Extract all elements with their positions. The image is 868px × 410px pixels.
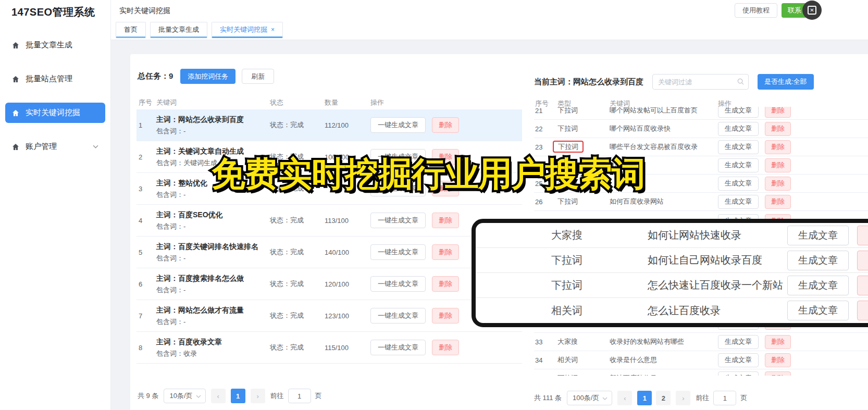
keyword-type: 下拉词 bbox=[557, 124, 610, 133]
tab-home[interactable]: 首页 bbox=[116, 22, 146, 38]
delete-button[interactable]: 删除 bbox=[765, 158, 791, 172]
close-tab-icon[interactable]: × bbox=[271, 26, 275, 33]
generate-article-button[interactable]: 一键生成文章 bbox=[370, 244, 426, 260]
generate-article-button[interactable]: 生成文章 bbox=[718, 122, 759, 136]
tab-realtime-keyword-mining[interactable]: 实时关键词挖掘× bbox=[212, 22, 283, 38]
generate-article-button[interactable]: 一键生成文章 bbox=[370, 308, 426, 324]
page-size-value: 10条/页 bbox=[169, 391, 192, 401]
next-page-button[interactable]: › bbox=[251, 389, 265, 403]
generate-article-button[interactable]: 一键生成文章 bbox=[370, 340, 426, 355]
chevron-down-icon bbox=[92, 143, 99, 150]
generate-article-button[interactable]: 生成文章 bbox=[718, 177, 759, 191]
generate-article-button[interactable]: 生成文章 bbox=[787, 301, 849, 320]
sidebar-item-realtime-keyword-mining[interactable]: 实时关键词挖掘 bbox=[5, 103, 105, 123]
task-row: 1主词：网站怎么收录到百度包含词：-状态：完成112/100一键生成文章删除 bbox=[137, 109, 522, 141]
generate-article-button[interactable]: 生成文章 bbox=[787, 251, 849, 270]
main-keyword-text: 主词：百度收录文章 bbox=[156, 337, 266, 348]
generate-article-button[interactable]: 生成文章 bbox=[718, 140, 759, 154]
delete-button[interactable]: 删除 bbox=[857, 301, 868, 320]
delete-button[interactable]: 删除 bbox=[765, 140, 791, 154]
generate-article-button[interactable]: 生成文章 bbox=[718, 353, 759, 367]
page-button-1[interactable]: 1 bbox=[637, 391, 652, 405]
generate-article-button[interactable]: 一键生成文章 bbox=[370, 213, 426, 228]
status-text: 状态：完成 bbox=[270, 279, 325, 289]
generate-article-button[interactable]: 生成文章 bbox=[718, 107, 759, 118]
next-page-button[interactable]: › bbox=[676, 391, 690, 405]
floating-close-sticker-icon[interactable]: ✕ bbox=[802, 1, 822, 20]
keyword-type: 大家搜 bbox=[557, 337, 610, 346]
keyword-text: 哪个网站发帖可以上百度首页 bbox=[610, 107, 718, 115]
status-text: 状态：完成 bbox=[270, 247, 325, 257]
page-size-value: 100条/页 bbox=[573, 393, 599, 403]
delete-button[interactable]: 删除 bbox=[765, 177, 791, 191]
delete-button[interactable]: 删除 bbox=[765, 107, 791, 118]
delete-button[interactable]: 删除 bbox=[765, 353, 791, 367]
generate-article-button[interactable]: 生成文章 bbox=[718, 335, 759, 349]
status-text: 状态：完成 bbox=[270, 216, 325, 225]
generate-article-button[interactable]: 一键生成文章 bbox=[370, 276, 426, 292]
count-text: 115/100 bbox=[325, 344, 370, 352]
delete-button[interactable]: 删除 bbox=[765, 122, 791, 136]
row-actions: 生成文章删除 bbox=[718, 195, 868, 209]
sidebar: 147SEO管理系统 批量文章生成批量站点管理实时关键词挖掘账户管理 bbox=[0, 0, 111, 410]
task-table-body: 1主词：网站怎么收录到百度包含词：-状态：完成112/100一键生成文章删除2主… bbox=[137, 109, 522, 364]
sidebar-item-batch-site-management[interactable]: 批量站点管理 bbox=[5, 69, 105, 89]
main-keyword-text: 主词：百度关键词排名快速排名 bbox=[156, 241, 266, 253]
delete-button[interactable]: 删除 bbox=[857, 251, 868, 270]
keyword-text: 如何让网站快速收录 bbox=[648, 228, 787, 242]
delete-button[interactable]: 删除 bbox=[765, 335, 791, 349]
main-keyword-text: 主词：网站怎么收录到百度 bbox=[156, 114, 266, 126]
delete-button[interactable]: 删除 bbox=[857, 276, 868, 295]
page-size-select[interactable]: 100条/页 bbox=[567, 391, 612, 405]
generate-all-button[interactable]: 是否生成:全部 bbox=[758, 74, 814, 90]
delete-button[interactable]: 删除 bbox=[765, 371, 791, 376]
sidebar-item-account-management[interactable]: 账户管理 bbox=[5, 136, 105, 157]
goto-page-input[interactable] bbox=[288, 389, 311, 403]
delete-button[interactable]: 删除 bbox=[432, 308, 459, 324]
sidebar-item-label: 账户管理 bbox=[26, 142, 57, 152]
row-index: 1 bbox=[137, 121, 156, 129]
prev-page-button[interactable]: ‹ bbox=[617, 391, 632, 405]
generate-article-button[interactable]: 生成文章 bbox=[787, 226, 849, 245]
goto-page-input[interactable] bbox=[713, 391, 736, 405]
inset-keyword-row: 相关词怎么让百度收录生成文章删除 bbox=[476, 298, 868, 323]
keyword-filter-input[interactable] bbox=[652, 74, 749, 90]
goto-label: 前往 bbox=[696, 393, 709, 403]
add-mining-task-button[interactable]: 添加挖词任务 bbox=[180, 69, 235, 84]
tutorial-button[interactable]: 使用教程 bbox=[735, 3, 777, 18]
total-tasks-label: 总任务：9 bbox=[138, 71, 173, 81]
count-text: 112/100 bbox=[325, 121, 370, 129]
keyword-panel-header: 当前主词：网站怎么收录到百度 是否生成:全部 bbox=[534, 74, 868, 90]
page-size-select[interactable]: 10条/页 bbox=[164, 389, 205, 403]
task-keyword-cell: 主词：网站怎么做才有流量包含词：- bbox=[156, 305, 270, 327]
delete-button[interactable]: 删除 bbox=[765, 195, 791, 209]
home-icon bbox=[11, 109, 20, 117]
generate-article-button[interactable]: 生成文章 bbox=[718, 158, 759, 172]
task-keyword-cell: 主词：网站怎么收录到百度包含词：- bbox=[156, 114, 270, 136]
page-button-1[interactable]: 1 bbox=[231, 389, 245, 403]
delete-button[interactable]: 删除 bbox=[432, 117, 459, 133]
generate-article-button[interactable]: 生成文章 bbox=[718, 371, 759, 376]
row-actions: 生成文章删除 bbox=[718, 353, 868, 367]
task-row: 6主词：百度搜索排名怎么做包含词：-状态：完成120/100一键生成文章删除 bbox=[137, 268, 522, 300]
tab-strip: 首页批量文章生成实时关键词挖掘× bbox=[111, 21, 868, 40]
home-icon bbox=[11, 75, 20, 83]
include-words-text: 包含词：- bbox=[156, 254, 266, 263]
refresh-button[interactable]: 刷新 bbox=[242, 69, 274, 84]
prev-page-button[interactable]: ‹ bbox=[211, 389, 226, 403]
delete-button[interactable]: 删除 bbox=[432, 340, 459, 355]
delete-button[interactable]: 删除 bbox=[857, 226, 868, 245]
delete-button[interactable]: 删除 bbox=[432, 244, 459, 260]
tab-batch-article-generation[interactable]: 批量文章生成 bbox=[150, 22, 207, 38]
row-actions: 生成文章删除 bbox=[718, 140, 868, 154]
generate-article-button[interactable]: 生成文章 bbox=[718, 195, 759, 209]
delete-button[interactable]: 删除 bbox=[432, 213, 459, 228]
delete-button[interactable]: 删除 bbox=[432, 276, 459, 292]
keyword-text: 收录是什么意思 bbox=[610, 355, 718, 365]
home-icon bbox=[11, 143, 20, 151]
column-index: 序号 bbox=[137, 98, 156, 107]
generate-article-button[interactable]: 生成文章 bbox=[787, 276, 849, 295]
page-button-2[interactable]: 2 bbox=[656, 391, 671, 405]
sidebar-item-batch-article-generation[interactable]: 批量文章生成 bbox=[5, 35, 105, 55]
generate-article-button[interactable]: 一键生成文章 bbox=[370, 117, 426, 133]
